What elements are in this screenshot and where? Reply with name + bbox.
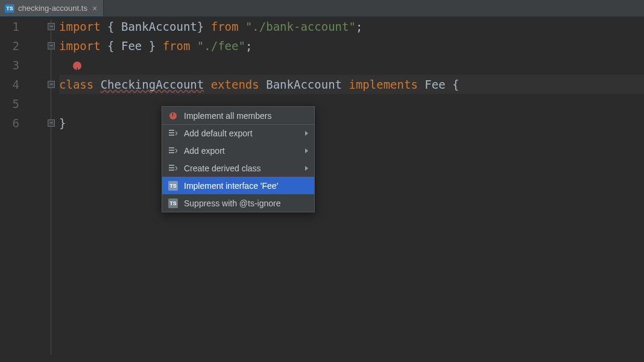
line-number: 4 [0,75,19,94]
fold-toggle[interactable]: − [48,42,55,49]
menu-item-label: Implement interface 'Fee' [184,181,278,191]
menu-item-label: Create derived class [184,164,261,173]
file-tab[interactable]: TS checking-account.ts × [0,0,104,16]
line-gutter: 1 2 3 4 5 6 [0,17,24,133]
refactor-icon [168,129,178,138]
code-line[interactable] [59,94,644,113]
file-tab-label: checking-account.ts [18,4,87,13]
code-line[interactable] [59,56,644,75]
code-line[interactable]: } [59,113,644,133]
line-number: 3 [0,56,19,75]
refactor-icon [168,146,178,156]
error-bulb-icon [168,111,178,121]
menu-item-label: Suppress with @ts-ignore [184,198,281,208]
code-area[interactable]: import { BankAccount} from "./bank-accou… [59,17,644,133]
ts-action-icon: TS [168,198,178,208]
menu-item-implement-interface[interactable]: TS Implement interface 'Fee' [162,177,314,194]
intention-menu: Implement all members Add default export… [162,106,315,212]
menu-item-label: Implement all members [184,111,272,121]
line-number: 6 [0,113,19,133]
ts-action-icon: TS [168,181,178,191]
fold-toggle[interactable]: − [48,23,55,30]
tab-bar: TS checking-account.ts × [0,0,644,17]
code-line[interactable]: import { BankAccount} from "./bank-accou… [59,17,644,36]
line-number: 2 [0,36,19,56]
menu-item-add-default-export[interactable]: Add default export [162,124,314,142]
menu-item-implement-all[interactable]: Implement all members [162,107,314,124]
fold-toggle[interactable]: − [48,81,55,88]
menu-item-label: Add export [184,146,225,156]
ts-file-icon: TS [5,4,14,13]
fold-toggle[interactable]: − [48,119,55,127]
line-number: 1 [0,17,19,36]
line-number: 5 [0,94,19,113]
menu-item-label: Add default export [184,129,253,138]
close-tab-icon[interactable]: × [91,4,98,13]
menu-item-suppress[interactable]: TS Suppress with @ts-ignore [162,194,314,212]
code-line[interactable]: class CheckingAccount extends BankAccoun… [59,75,644,94]
intention-bulb-icon[interactable] [73,62,81,70]
refactor-icon [168,164,178,173]
menu-item-create-derived[interactable]: Create derived class [162,159,314,177]
menu-item-add-export[interactable]: Add export [162,142,314,159]
code-line[interactable]: import { Fee } from "./fee"; [59,36,644,56]
